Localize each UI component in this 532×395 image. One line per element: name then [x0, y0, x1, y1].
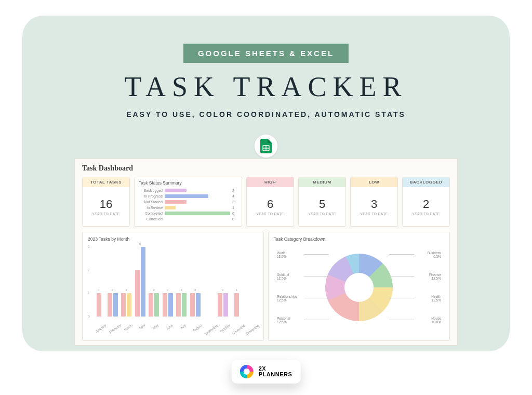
status-bar-label: In Progress — [139, 194, 163, 198]
column-xlabel: February — [108, 323, 121, 334]
column-group: 2July — [176, 293, 188, 317]
category-breakdown-chart: Work12.5%Spiritual12.5%Relationships12.5… — [274, 244, 444, 331]
column-bar — [154, 293, 159, 317]
tasks-by-month-chart: 01231January2February2March5April2May2Ju… — [88, 244, 258, 331]
donut-leader-line — [304, 320, 329, 320]
metric-value: 5 — [319, 198, 325, 211]
metric-value: 6 — [267, 198, 273, 211]
tasks-by-month-title: 2023 Tasks by Month — [88, 236, 258, 242]
brand-chip: 2X PLANNERS — [232, 360, 301, 384]
dashboard-title: Task Dashboard — [82, 164, 450, 173]
metric-foot: YEAR TO DATE — [361, 212, 388, 216]
product-subtitle: EASY TO USE, COLOR COORDINATED, AUTOMATI… — [126, 110, 406, 118]
column-xlabel: November — [232, 323, 247, 335]
metric-label: MEDIUM — [299, 177, 345, 187]
metric-backlogged: BACKLOGGED 2 YEAR TO DATE — [402, 177, 450, 227]
column-bar — [113, 293, 118, 317]
metric-total-tasks: TOTAL TASKS 16 YEAR TO DATE — [82, 177, 130, 227]
metric-foot: YEAR TO DATE — [257, 212, 284, 216]
status-bar-label: Not Started — [139, 200, 163, 204]
column-group: 2May — [148, 293, 160, 317]
column-xlabel: September — [204, 323, 219, 336]
status-bar-fill — [165, 212, 230, 215]
status-bar-row: In Progress4 — [139, 193, 237, 199]
status-bar-track — [165, 189, 230, 192]
column-value-label: 5 — [135, 242, 147, 245]
status-bar-label: Cancelled — [139, 217, 163, 221]
donut-leader-line — [389, 254, 414, 255]
brand-logo-icon — [240, 365, 254, 378]
status-bar-row: In Review1 — [139, 205, 237, 210]
metric-low: LOW 3 YEAR TO DATE — [350, 177, 398, 227]
column-group: 2June — [162, 293, 174, 317]
status-bar-value: 0 — [232, 217, 237, 221]
metric-value: 16 — [100, 198, 112, 211]
google-sheets-icon — [254, 134, 278, 158]
status-bar-row: Cancelled0 — [139, 216, 237, 222]
status-summary-panel: Task Status Summary Backlogged2In Progre… — [134, 177, 242, 227]
metric-medium: MEDIUM 5 YEAR TO DATE — [298, 177, 346, 227]
status-bar-track — [165, 212, 230, 215]
column-group: 2February — [107, 293, 119, 317]
column-bar — [108, 293, 112, 317]
column-bar — [168, 293, 173, 317]
ytick: 0 — [88, 314, 90, 318]
status-bar-track — [165, 194, 230, 198]
status-bar-track — [165, 200, 230, 204]
column-bar — [149, 293, 153, 317]
donut-leader-line — [389, 276, 414, 276]
donut-ring — [325, 254, 393, 321]
column-xlabel: January — [95, 323, 107, 333]
donut-label: House18.8% — [431, 317, 441, 324]
status-summary-title: Task Status Summary — [139, 180, 237, 186]
tasks-by-month-panel: 2023 Tasks by Month 01231January2Februar… — [82, 232, 264, 341]
column-group: 2August — [190, 293, 202, 317]
status-bar-value: 1 — [232, 206, 237, 209]
donut-label: Relationships12.5% — [277, 295, 297, 302]
ytick: 2 — [88, 268, 90, 272]
donut-leader-line — [304, 298, 329, 298]
status-bar-label: Backlogged — [139, 189, 163, 192]
column-bar — [218, 293, 222, 317]
column-value-label: 2 — [190, 288, 202, 292]
column-axis: 1January2February2March5April2May2June2J… — [93, 247, 256, 317]
donut-leader-line — [389, 320, 414, 320]
status-bar-label: Completed — [139, 212, 163, 215]
product-title: TASK TRACKER — [124, 71, 407, 103]
column-bar — [97, 293, 101, 317]
column-value-label: 2 — [162, 288, 174, 292]
donut-leader-line — [389, 298, 414, 298]
column-value-label: 2 — [121, 288, 132, 292]
column-bar — [135, 270, 140, 317]
column-xlabel: December — [245, 323, 260, 335]
donut-label: Work12.5% — [277, 251, 286, 258]
status-bar-fill — [165, 206, 176, 209]
column-value-label: 2 — [148, 288, 160, 292]
donut-label: Finance12.5% — [429, 273, 441, 280]
column-group: 2March — [121, 293, 132, 317]
column-bar — [182, 293, 187, 317]
status-bar-row: Backlogged2 — [139, 188, 237, 193]
metric-label: HIGH — [247, 177, 294, 187]
donut-hole — [344, 273, 374, 302]
category-breakdown-panel: Task Category Breakdown Work12.5%Spiritu… — [268, 232, 450, 341]
column-xlabel: October — [219, 323, 231, 333]
column-value-label: 1 — [93, 288, 105, 292]
dashboard-preview: Task Dashboard TOTAL TASKS 16 YEAR TO DA… — [74, 159, 458, 346]
column-bar — [121, 293, 126, 317]
column-value-label: 2 — [107, 288, 119, 292]
status-bar-value: 6 — [232, 212, 237, 215]
ytick: 3 — [88, 245, 90, 248]
brand-name: 2X PLANNERS — [259, 366, 292, 377]
category-breakdown-title: Task Category Breakdown — [274, 236, 444, 242]
promo-card: GOOGLE SHEETS & EXCEL TASK TRACKER EASY … — [22, 16, 510, 351]
column-xlabel: June — [165, 323, 174, 331]
status-bar-row: Not Started2 — [139, 199, 237, 205]
metric-label: BACKLOGGED — [403, 177, 449, 187]
column-group: 5April — [135, 247, 147, 317]
column-bar — [234, 293, 239, 317]
metric-foot: YEAR TO DATE — [309, 212, 336, 216]
platform-badge: GOOGLE SHEETS & EXCEL — [183, 44, 349, 63]
column-xlabel: August — [192, 323, 203, 332]
column-bar — [141, 247, 145, 317]
